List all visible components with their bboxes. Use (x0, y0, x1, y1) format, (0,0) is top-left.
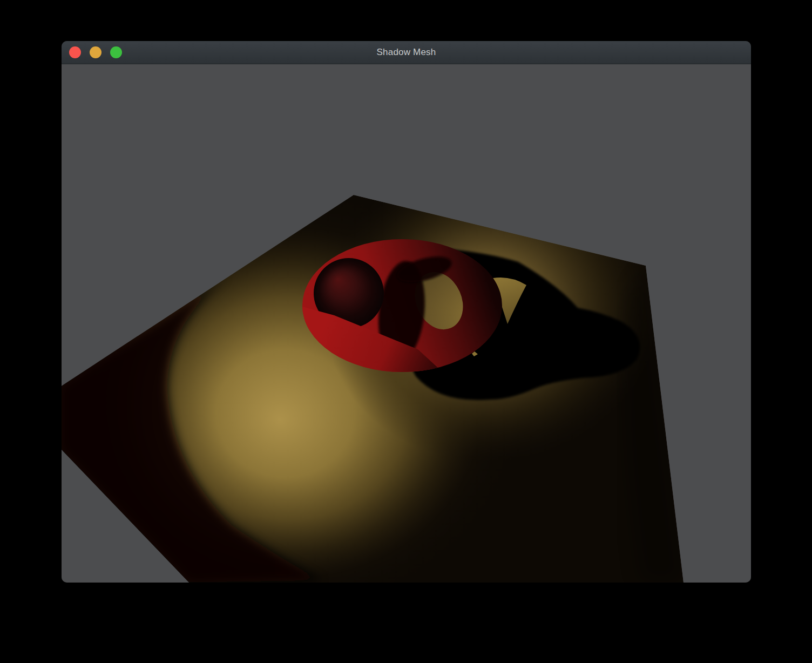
traffic-lights (69, 41, 122, 64)
window-titlebar[interactable]: Shadow Mesh (62, 41, 751, 64)
shadow-scene (62, 64, 751, 583)
app-window: Shadow Mesh (62, 41, 751, 583)
close-button[interactable] (69, 46, 81, 58)
minimize-button[interactable] (90, 46, 102, 58)
desktop-background: { "window": { "title": "Shadow Mesh", "t… (0, 0, 812, 663)
close-icon[interactable] (69, 46, 81, 58)
window-title: Shadow Mesh (377, 47, 436, 58)
zoom-button[interactable] (110, 46, 122, 58)
minimize-icon[interactable] (90, 46, 102, 58)
zoom-icon[interactable] (110, 46, 122, 58)
gl-viewport[interactable] (62, 64, 751, 583)
